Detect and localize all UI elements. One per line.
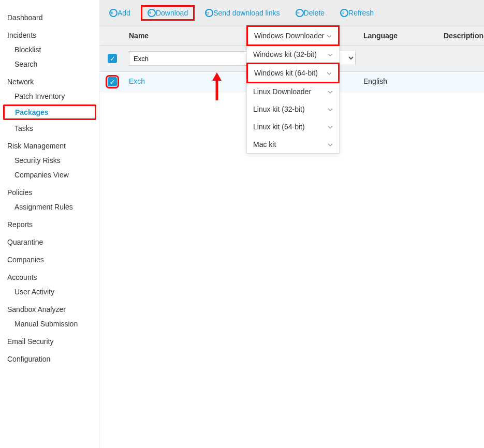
download-option-label: Linux Downloader (253, 87, 311, 96)
chevron-down-icon (328, 106, 333, 112)
nav-companies[interactable]: Companies (0, 249, 99, 267)
download-button[interactable]: Download (141, 5, 195, 21)
nav-search[interactable]: Search (0, 57, 99, 71)
nav-dashboard[interactable]: Dashboard (0, 7, 99, 25)
download-icon (148, 9, 156, 17)
download-option-label: Windows kit (64-bit) (254, 69, 318, 77)
column-description[interactable]: Description (439, 26, 484, 45)
nav-incidents[interactable]: Incidents (0, 25, 99, 42)
nav-tasks[interactable]: Tasks (0, 121, 99, 136)
download-option-label: Linux kit (64-bit) (253, 123, 305, 131)
nav-policies[interactable]: Policies (0, 182, 99, 200)
column-language[interactable]: Language (359, 26, 439, 45)
chevron-down-icon (327, 33, 332, 39)
sidebar: DashboardIncidentsBlocklistSearchNetwork… (0, 0, 100, 448)
nav-assignment-rules[interactable]: Assignment Rules (0, 200, 99, 214)
nav-patch-inventory[interactable]: Patch Inventory (0, 89, 99, 103)
download-option-label: Windows Downloader (254, 32, 324, 40)
nav-configuration[interactable]: Configuration (0, 349, 99, 366)
send-links-label: Send download links (213, 9, 280, 17)
download-option-label: Linux kit (32-bit) (253, 105, 305, 113)
download-option[interactable]: Linux Downloader (247, 83, 339, 100)
add-label: Add (118, 9, 130, 17)
refresh-button[interactable]: Refresh (335, 7, 379, 19)
download-option[interactable]: Linux kit (32-bit) (247, 100, 339, 118)
download-option-label: Windows kit (32-bit) (253, 50, 317, 58)
nav-user-activity[interactable]: User Activity (0, 285, 99, 299)
nav-quarantine[interactable]: Quarantine (0, 232, 99, 249)
download-label: Download (156, 9, 188, 17)
download-dropdown: Windows DownloaderWindows kit (32-bit)Wi… (246, 25, 340, 154)
nav-network[interactable]: Network (0, 71, 99, 89)
add-button[interactable]: Add (104, 7, 136, 19)
delete-label: Delete (304, 9, 325, 17)
row-name-link[interactable]: Exch (129, 77, 145, 85)
send-links-button[interactable]: Send download links (200, 7, 285, 19)
main-content: Add Download Send download links Delete (100, 0, 484, 448)
chevron-down-icon (327, 70, 332, 76)
nav-reports[interactable]: Reports (0, 214, 99, 232)
nav-email-security[interactable]: Email Security (0, 331, 99, 349)
nav-security-risks[interactable]: Security Risks (0, 153, 99, 168)
nav-companies-view[interactable]: Companies View (0, 168, 99, 182)
chevron-down-icon (328, 51, 333, 57)
chevron-down-icon (328, 124, 333, 130)
refresh-icon (340, 9, 348, 17)
row-checkbox[interactable] (108, 77, 117, 86)
minus-icon (296, 9, 304, 17)
download-option[interactable]: Windows kit (64-bit) (246, 63, 340, 83)
download-option[interactable]: Windows Downloader (246, 25, 340, 46)
plus-icon (109, 9, 118, 17)
toolbar: Add Download Send download links Delete (100, 0, 484, 26)
nav-manual-submission[interactable]: Manual Submission (0, 317, 99, 331)
select-all-checkbox[interactable] (108, 54, 117, 63)
nav-accounts[interactable]: Accounts (0, 267, 99, 285)
row-description (439, 72, 484, 92)
chevron-down-icon (328, 141, 333, 147)
nav-blocklist[interactable]: Blocklist (0, 42, 99, 57)
chevron-down-icon (328, 88, 333, 95)
nav-sandbox-analyzer[interactable]: Sandbox Analyzer (0, 299, 99, 317)
row-language: English (359, 72, 439, 92)
download-option[interactable]: Windows kit (32-bit) (247, 46, 339, 63)
nav-packages[interactable]: Packages (3, 104, 96, 120)
delete-button[interactable]: Delete (290, 7, 330, 19)
refresh-label: Refresh (348, 9, 374, 17)
download-option[interactable]: Mac kit (247, 136, 339, 153)
download-option-label: Mac kit (253, 140, 276, 148)
mail-icon (205, 9, 213, 17)
nav-risk-management[interactable]: Risk Management (0, 136, 99, 153)
download-option[interactable]: Linux kit (64-bit) (247, 118, 339, 136)
